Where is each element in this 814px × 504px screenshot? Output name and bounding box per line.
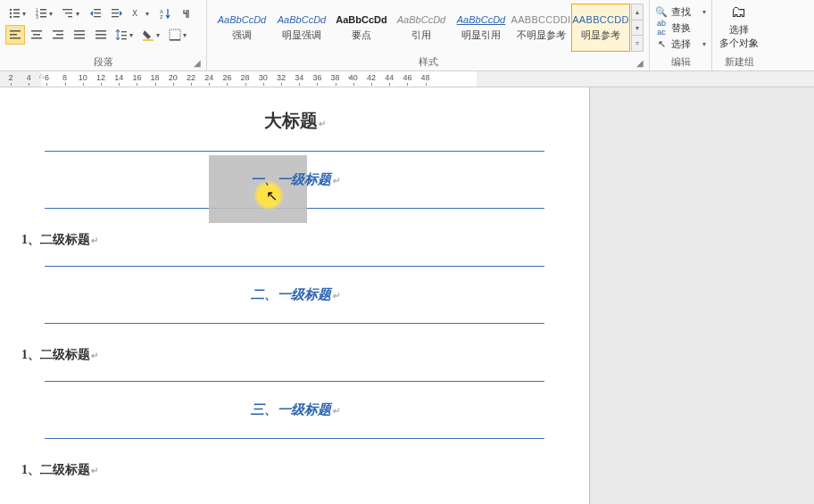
heading1-c: 三、一级标题↵ (45, 382, 544, 438)
asian-layout-button[interactable]: Ⅹ▾ (129, 4, 154, 23)
align-right-button[interactable] (48, 25, 68, 45)
paragraph-group: ▾ 123▾ ▾ Ⅹ▾ AZ (0, 0, 207, 70)
svg-rect-37 (96, 34, 106, 36)
ruler-tick: 22 (185, 73, 197, 82)
select-button[interactable]: ↖ 选择▾ (655, 36, 706, 52)
ruler-tick: 2 (4, 73, 17, 82)
select-multiple-objects-button[interactable]: 🗂 选择 多个对象 (718, 2, 760, 50)
svg-rect-12 (62, 9, 72, 10)
svg-rect-33 (74, 30, 85, 32)
ruler-tick: 24 (203, 73, 215, 82)
style-item-1[interactable]: AaBbCcDd明显强调 (272, 4, 331, 52)
heading2-a: 1、二级标题↵ (21, 232, 568, 248)
svg-text:Z: Z (160, 14, 163, 20)
ribbon: ▾ 123▾ ▾ Ⅹ▾ AZ (0, 0, 814, 71)
ruler-tick: 36 (311, 73, 323, 82)
style-item-2[interactable]: AaBbCcDd要点 (332, 4, 391, 52)
bullets-button[interactable]: ▾ (5, 4, 30, 23)
style-item-0[interactable]: AaBbCcDd强调 (212, 4, 271, 52)
styles-gallery: AaBbCcDd强调AaBbCcDd明显强调AaBbCcDd要点AaBbCcDd… (212, 2, 644, 52)
ruler-tick: 8 (59, 73, 71, 82)
increase-indent-button[interactable] (107, 4, 127, 23)
svg-rect-16 (94, 12, 101, 13)
svg-rect-41 (121, 38, 127, 39)
new-group-label: 新建组 (712, 55, 766, 69)
numbering-button[interactable]: 123▾ (32, 4, 57, 23)
svg-point-2 (10, 12, 12, 14)
ruler-tick: 4 (22, 73, 35, 82)
ruler-tick: 20 (167, 73, 179, 82)
replace-icon: abac (655, 19, 668, 37)
svg-rect-26 (10, 37, 21, 39)
ruler-tick: 16 (130, 73, 143, 82)
heading2-b: 1、二级标题↵ (21, 347, 568, 363)
style-item-3[interactable]: AaBbCcDd引用 (392, 4, 451, 52)
svg-point-0 (10, 9, 12, 11)
multilevel-button[interactable]: ▾ (59, 4, 84, 23)
editing-group: 🔍 查找▾ abac 替换 ↖ 选择▾ 编辑 (650, 0, 712, 70)
svg-rect-11 (40, 16, 46, 18)
ruler-tick: 30 (257, 73, 270, 82)
align-left-button[interactable] (5, 25, 25, 45)
shading-button[interactable]: ▾ (139, 25, 164, 45)
svg-rect-20 (112, 16, 119, 17)
select-icon: ↖ (655, 38, 668, 50)
svg-rect-27 (31, 30, 42, 32)
heading2-c: 1、二级标题↵ (21, 462, 568, 478)
find-button[interactable]: 🔍 查找▾ (655, 4, 706, 20)
svg-rect-44 (170, 39, 180, 41)
svg-rect-34 (74, 34, 85, 36)
borders-button[interactable]: ▾ (166, 25, 191, 45)
heading1-b: 二、一级标题↵ (45, 267, 544, 323)
svg-rect-17 (94, 16, 101, 17)
doc-title: 大标题↵ (21, 109, 568, 133)
ruler-tick: 28 (239, 73, 252, 82)
distribute-button[interactable] (91, 25, 111, 45)
svg-rect-40 (121, 35, 127, 36)
ruler-tick: 18 (149, 73, 162, 82)
svg-rect-28 (33, 34, 40, 36)
svg-rect-7 (40, 9, 46, 11)
svg-rect-30 (53, 30, 63, 32)
svg-rect-32 (53, 37, 63, 39)
sort-button[interactable]: AZ (155, 4, 175, 23)
svg-rect-14 (68, 16, 72, 17)
styles-gallery-more[interactable]: ▴▾▿ (631, 4, 644, 52)
style-item-4[interactable]: AaBbCcDd明显引用 (452, 4, 511, 52)
ruler-tick: 10 (77, 73, 89, 82)
svg-rect-42 (143, 39, 154, 41)
svg-rect-5 (13, 16, 20, 18)
svg-text:Ⅹ: Ⅹ (132, 9, 137, 18)
justify-button[interactable] (70, 25, 89, 45)
svg-text:3: 3 (36, 14, 38, 20)
horizontal-ruler[interactable]: ⌂ ⌄ 246810121416182022242628303234363840… (0, 71, 814, 87)
styles-group: AaBbCcDd强调AaBbCcDd明显强调AaBbCcDd要点AaBbCcDd… (207, 0, 650, 70)
ruler-tick: 48 (419, 73, 432, 82)
document-page[interactable]: ↖ 大标题↵ 一、一级标题↵ 1、二级标题↵ 二、一级标题↵ (0, 87, 589, 504)
editing-group-label: 编辑 (650, 55, 711, 69)
ruler-tick: 46 (401, 73, 413, 82)
svg-rect-25 (10, 34, 17, 36)
paragraph-launcher-icon[interactable]: ◢ (192, 58, 203, 69)
ruler-tick: 42 (365, 73, 378, 82)
style-item-5[interactable]: AABBCCDDI不明显参考 (511, 4, 570, 52)
ruler-tick: 14 (112, 73, 125, 82)
find-icon: 🔍 (655, 6, 668, 18)
svg-rect-38 (96, 37, 106, 39)
ruler-tick: 34 (293, 73, 305, 82)
svg-point-4 (10, 16, 12, 18)
line-spacing-button[interactable]: ▾ (112, 25, 137, 45)
show-marks-button[interactable] (177, 4, 196, 23)
svg-rect-18 (112, 9, 119, 10)
ruler-tick: 44 (383, 73, 395, 82)
styles-launcher-icon[interactable]: ◢ (635, 58, 645, 69)
decrease-indent-button[interactable] (86, 4, 105, 23)
ruler-tick: 6 (40, 73, 53, 82)
svg-rect-31 (56, 34, 63, 36)
style-item-6[interactable]: AABBCCDD明显参考 (571, 4, 630, 52)
workspace-gutter (589, 87, 814, 504)
replace-button[interactable]: abac 替换 (655, 20, 706, 36)
svg-rect-3 (13, 12, 20, 14)
svg-rect-36 (96, 30, 106, 32)
align-center-button[interactable] (27, 25, 46, 45)
